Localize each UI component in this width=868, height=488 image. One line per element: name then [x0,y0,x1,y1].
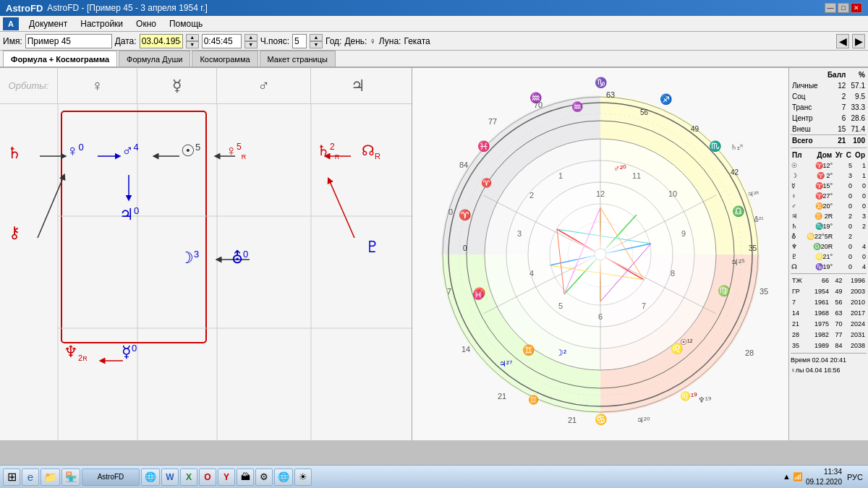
right-panel: ♑ ♐ ♏ ♎ ♍ ♌ ♋ ♊ ♉ ♈ ♓ ♒ 12 11 10 9 8 7 6 [412,68,868,440]
score-row-center: Центр 6 28.6 [791,113,867,124]
menu-document[interactable]: Документ [23,17,73,30]
titlebar: AstroFD AstroFD - [Пример 45 - 3 апреля … [0,0,868,16]
svg-text:42: 42 [731,168,739,176]
svg-text:♃²⁷: ♃²⁷ [499,359,512,368]
date-up-button[interactable]: ▲ [186,34,199,41]
date-label: Дата: [115,36,137,46]
ie-button[interactable]: e [22,468,39,486]
maximize-button[interactable]: □ [838,3,849,13]
minimize-button[interactable]: — [825,3,836,13]
tab-formula-cosmogram[interactable]: Формула + Космограмма [3,51,117,67]
orbits-label: Орбиты: [0,68,58,103]
chrome-button[interactable]: 🌐 [141,468,160,486]
symbol-jupiter-0: ♃0 [119,205,139,224]
svg-text:0: 0 [448,207,453,216]
tz-input[interactable] [292,34,307,48]
svg-text:♈: ♈ [459,209,472,221]
svg-text:♆¹⁹: ♆¹⁹ [698,395,711,404]
time-up-button[interactable]: ▲ [244,34,258,41]
weather-button[interactable]: ☀ [294,468,312,486]
tz-up-button[interactable]: ▲ [310,34,323,41]
score-row-social: Соц 2 9.5 [791,91,867,102]
planet-node: ☊♑19°04 [791,262,867,272]
opera-button[interactable]: O [199,468,216,486]
chart-area: ♑ ♐ ♏ ♎ ♍ ♌ ♋ ♊ ♉ ♈ ♓ ♒ 12 11 10 9 8 7 6 [412,68,788,440]
svg-text:☉¹²: ☉¹² [680,338,693,346]
explorer-button[interactable]: 📁 [41,468,60,486]
stats-divider-2 [791,273,867,274]
time-row-14: 141968632017 [791,308,867,319]
clock-date: 09.12.2020 [806,477,842,487]
planet-mercury: ☿♈15°00 [791,181,867,191]
svg-text:11: 11 [632,171,641,180]
planet-venus: ♀♈27°00 [791,191,867,201]
close-button[interactable]: ✕ [851,3,862,13]
luna-value: Геката [404,36,430,46]
symbol-moon-3: ☽3 [179,249,199,267]
svg-text:♂²⁰: ♂²⁰ [613,163,626,174]
score-row-total: Всего 21 100 [791,135,867,147]
svg-text:♎: ♎ [732,205,745,218]
svg-text:♓: ♓ [477,140,490,153]
landscape-button[interactable]: 🏔 [237,468,254,486]
tabbar: Формула + Космограмма Формула Души Космо… [0,51,868,68]
nav-prev-button[interactable]: ◀ [836,34,849,48]
svg-text:7: 7 [447,287,451,296]
score-header-ball: Балл [823,69,847,80]
systray: ▲ 📶 11:34 09.12.2020 РУС [783,467,865,487]
svg-text:14: 14 [461,345,470,354]
time-row-gr: ГР1954492003 [791,286,867,297]
date-down-button[interactable]: ▼ [186,41,199,48]
time-row-tj: ТЖ66421996 [791,275,867,286]
planet-neptune: ♆♎20R04 [791,241,867,252]
planet-moon: ☽♈ 2°31 [791,171,867,181]
svg-text:8: 8 [671,269,675,278]
planet-pluto: ♇♌21°00 [791,252,867,262]
settings-button[interactable]: ⚙ [255,468,273,486]
menu-settings[interactable]: Настройки [75,17,129,30]
tab-cosmogram[interactable]: Космограмма [192,51,258,67]
svg-text:35: 35 [749,244,757,252]
score-row-outer: Внеш 15 71.4 [791,124,867,135]
svg-text:☽²: ☽² [556,348,566,358]
store-button[interactable]: 🏪 [61,468,80,486]
excel-button[interactable]: X [180,468,197,486]
date-input[interactable] [140,34,183,48]
word-button[interactable]: W [161,468,179,486]
score-personal-pct: 57.1 [847,80,867,91]
tz-down-button[interactable]: ▼ [310,41,323,48]
symbol-venus-5r: ♀5R [226,142,246,160]
window-controls: — □ ✕ [825,3,862,13]
time-input[interactable] [202,34,242,48]
app-icon: AstroFD [6,3,43,14]
network-button[interactable]: 🌐 [274,468,293,486]
score-personal-ball: 12 [823,80,847,91]
menu-window[interactable]: Окно [130,17,162,30]
svg-text:77: 77 [488,117,497,126]
header-jupiter: ♃ [311,68,405,103]
menu-help[interactable]: Помощь [163,17,208,30]
clock-time: 11:34 [806,467,842,477]
planet-saturn: ♄♏19°02 [791,221,867,231]
svg-text:7: 7 [642,301,646,310]
footer-time: Время 02.04 20:41 ♀лы 04.04 16:56 [791,355,867,375]
tab-page-layout[interactable]: Макет страницы [260,51,336,67]
yandex-button[interactable]: Y [218,468,235,486]
symbol-neptune-2r: ♆2R [64,343,88,362]
tab-formula-soul[interactable]: Формула Души [119,51,190,67]
start-button[interactable]: ⊞ [3,468,20,486]
astrofd-button[interactable]: AstroFD [82,468,140,486]
svg-text:21: 21 [498,392,506,401]
svg-text:♍: ♍ [718,285,731,297]
formula-area: ♄ ⚷ ♀0 ♂4 ♃0 ♆2R ☿0 ☽3 ☉5 ♀5R ⛢0 ♄2R [0,104,412,440]
symbol-sun-5: ☉5 [181,142,200,160]
svg-text:♄₂ᴿ: ♄₂ᴿ [731,143,744,151]
name-input[interactable] [25,34,112,48]
day-label: День: ♀ [344,36,375,46]
svg-line-16 [329,180,354,238]
nav-next-button[interactable]: ▶ [852,34,865,48]
lang-indicator[interactable]: РУС [845,473,865,481]
time-down-button[interactable]: ▼ [244,41,258,48]
planet-uranus: ⛢♋22°5R2 [791,231,867,241]
svg-text:49: 49 [691,125,699,133]
